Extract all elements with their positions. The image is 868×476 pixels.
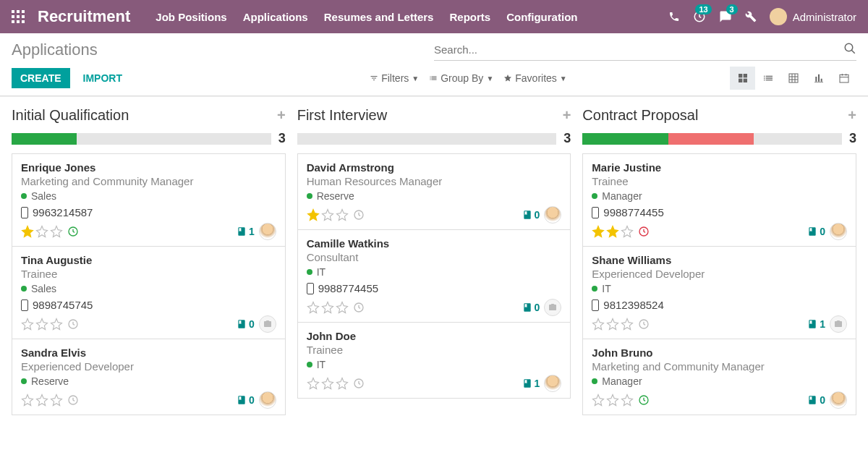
attachment-count[interactable]: 1 [522,378,540,389]
nav-menu: Job Positions Applications Resumes and L… [156,11,668,23]
search-input[interactable] [434,39,843,60]
column-progress[interactable] [12,133,271,145]
activity-icon[interactable]: 13 [693,10,706,23]
import-button[interactable]: IMPORT [83,72,122,84]
kanban-column: Initial Qualification + 3 Enrique Jones … [12,103,286,415]
card-subtitle: Marketing and Community Manager [21,175,276,187]
mobile-icon [21,299,28,311]
search-icon[interactable] [843,42,856,57]
nav-job-positions[interactable]: Job Positions [156,11,226,23]
priority-stars[interactable] [592,225,650,238]
assignee-avatar[interactable] [830,223,847,240]
kanban-card[interactable]: David Armstrong Human Resources Manager … [297,153,571,230]
column-title[interactable]: First Interview [297,107,387,124]
card-name: Marie Justine [592,161,847,174]
card-tag: Reserve [307,190,562,202]
kanban-card[interactable]: Shane Williams Experienced Developer IT … [582,246,856,339]
nav-applications[interactable]: Applications [243,11,308,23]
kanban-card[interactable]: John Bruno Marketing and Community Manag… [582,339,856,415]
control-panel: Applications CREATE IMPORT Filters▼ Grou… [0,33,868,96]
graph-view-button[interactable] [806,67,831,90]
priority-stars[interactable] [307,301,365,314]
kanban-card[interactable]: Sandra Elvis Experienced Developer Reser… [12,339,286,415]
nav-resumes-letters[interactable]: Resumes and Letters [324,11,434,23]
card-footer: 1 [592,315,847,333]
user-menu[interactable]: Administrator [770,8,856,25]
tag-dot [592,378,597,384]
kanban-board: Initial Qualification + 3 Enrique Jones … [0,96,868,420]
card-footer: 1 [21,223,276,240]
svg-rect-6 [789,74,798,82]
attachment-count[interactable]: 0 [237,394,255,406]
app-brand[interactable]: Recruitment [38,7,130,26]
calendar-view-button[interactable] [831,67,856,90]
card-subtitle: Consultant [307,251,562,263]
assignee-placeholder[interactable] [830,315,847,333]
mobile-icon [307,283,314,294]
column-title[interactable]: Initial Qualification [12,107,129,124]
debug-icon[interactable] [745,11,757,22]
kanban-card[interactable]: Marie Justine Trainee Manager 9988774455… [582,153,856,247]
column-add-button[interactable]: + [563,107,571,124]
priority-stars[interactable] [21,318,79,331]
attachment-count[interactable]: 1 [237,226,255,237]
attachment-count[interactable]: 0 [522,209,540,221]
column-progress[interactable] [582,133,842,145]
priority-stars[interactable] [592,318,650,331]
attachment-count[interactable]: 1 [807,318,825,330]
tag-dot [21,378,27,384]
kanban-view-button[interactable] [730,67,755,90]
assignee-avatar[interactable] [259,391,276,409]
list-view-button[interactable] [755,67,780,90]
priority-stars[interactable] [21,394,79,407]
svg-rect-7 [840,75,848,82]
messages-icon[interactable]: 3 [719,10,732,23]
card-footer: 0 [307,299,562,316]
attachment-count[interactable]: 0 [237,318,255,330]
priority-stars[interactable] [307,208,365,221]
card-footer: 0 [307,206,562,224]
groupby-dropdown[interactable]: Group By▼ [429,72,493,84]
kanban-card[interactable]: Enrique Jones Marketing and Community Ma… [12,153,286,247]
card-subtitle: Trainee [307,344,562,356]
create-button[interactable]: CREATE [12,68,70,88]
card-subtitle: Trainee [21,268,276,280]
assignee-placeholder[interactable] [544,299,561,316]
column-add-button[interactable]: + [277,107,286,124]
attachment-count[interactable]: 0 [807,394,825,406]
card-name: David Armstrong [307,161,562,174]
apps-icon[interactable] [12,10,25,23]
mobile-icon [592,299,599,311]
card-subtitle: Human Resources Manager [307,175,562,187]
column-title[interactable]: Contract Proposal [582,107,698,124]
assignee-avatar[interactable] [544,206,561,224]
attachment-count[interactable]: 0 [522,302,540,313]
mobile-icon [592,207,599,218]
nav-systray: 13 3 Administrator [668,8,856,25]
priority-stars[interactable] [592,394,650,407]
filters-dropdown[interactable]: Filters▼ [370,72,419,84]
svg-rect-5 [743,79,746,82]
assignee-avatar[interactable] [259,223,276,240]
nav-configuration[interactable]: Configuration [506,11,577,23]
kanban-card[interactable]: John Doe Trainee IT 1 [297,322,571,399]
column-count: 3 [563,131,571,146]
priority-stars[interactable] [21,225,79,238]
column-progress[interactable] [297,133,557,145]
attachment-count[interactable]: 0 [807,226,825,237]
nav-reports[interactable]: Reports [449,11,490,23]
kanban-card[interactable]: Camille Watkins Consultant IT 9988774455… [297,229,571,323]
column-add-button[interactable]: + [848,107,856,124]
card-phone: 9988774455 [592,206,847,218]
favorites-dropdown[interactable]: Favorites▼ [503,72,566,84]
column-count: 3 [278,131,286,146]
assignee-avatar[interactable] [544,375,561,392]
assignee-placeholder[interactable] [259,315,276,333]
phone-icon[interactable] [668,11,680,22]
kanban-card[interactable]: Tina Augustie Trainee Sales 9898745745 0 [12,246,286,339]
pivot-view-button[interactable] [780,67,806,90]
priority-stars[interactable] [307,377,365,390]
assignee-avatar[interactable] [830,391,847,409]
user-avatar [770,8,787,25]
search-box[interactable] [434,39,856,61]
